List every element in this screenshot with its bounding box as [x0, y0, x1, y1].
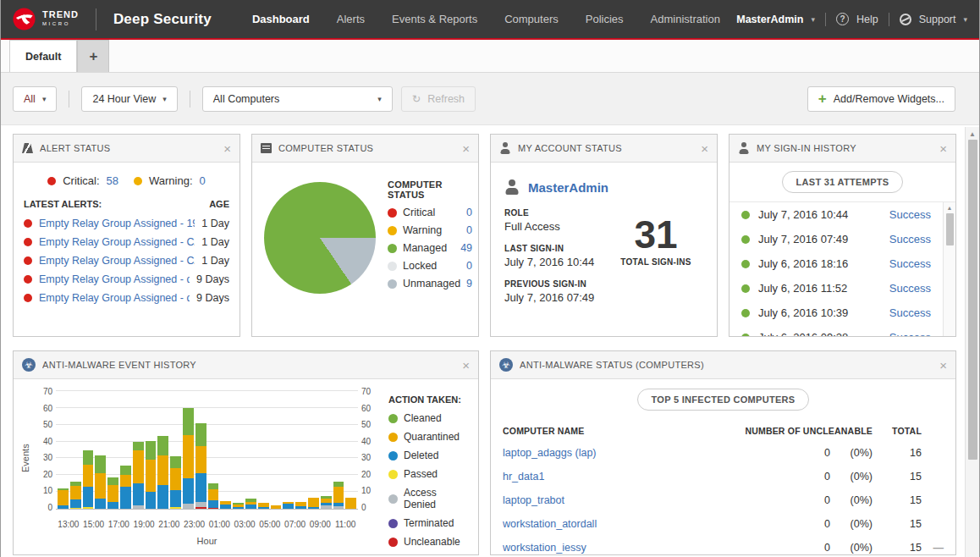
signin-list-scrollbar[interactable]: ▲ ▼: [943, 202, 955, 337]
x-tick-label: 11:00: [333, 520, 358, 529]
bar-segment-quarantined: [146, 460, 157, 492]
scope-filter-dropdown[interactable]: All ▾: [13, 86, 57, 112]
legend-value-link[interactable]: 0: [466, 207, 472, 218]
close-widget-button[interactable]: ×: [223, 142, 231, 155]
main-menu-item[interactable]: Alerts: [337, 13, 365, 25]
widget-header[interactable]: MY ACCOUNT STATUS ×: [491, 135, 717, 163]
legend-value-link[interactable]: 9: [466, 278, 472, 290]
alert-link[interactable]: Empty Relay Group Assigned - CA...: [39, 255, 195, 267]
scrollbar-thumb[interactable]: [946, 213, 954, 245]
main-menu-item[interactable]: Policies: [586, 13, 624, 25]
legend-label: Access Denied: [404, 487, 468, 510]
signin-result-link[interactable]: Success: [889, 257, 931, 270]
close-widget-button[interactable]: ×: [939, 359, 947, 372]
signin-result-link[interactable]: Success: [889, 233, 931, 245]
column-computer-name[interactable]: COMPUTER NAME: [503, 426, 739, 436]
legend-label: Deleted: [404, 449, 438, 461]
computer-status-pie-chart[interactable]: [264, 182, 376, 294]
alert-link[interactable]: Empty Relay Group Assigned - CA...: [39, 236, 195, 248]
bar-stack[interactable]: [271, 505, 282, 509]
computer-name-link[interactable]: laptop_adaggs (lap): [503, 447, 779, 459]
main-menu-item[interactable]: Computers: [504, 13, 559, 25]
account-user-link[interactable]: MasterAdmin: [528, 180, 608, 195]
legend-value-link[interactable]: 0: [466, 260, 472, 272]
computer-name-link[interactable]: laptop_trabot: [503, 494, 779, 506]
am-bar-plot[interactable]: [56, 391, 358, 510]
close-widget-button[interactable]: ×: [462, 359, 470, 372]
signin-result-link[interactable]: Success: [889, 331, 931, 337]
column-uncleanable[interactable]: NUMBER OF UNCLEANABLE: [739, 426, 873, 436]
help-link[interactable]: Help: [856, 14, 878, 25]
alert-link[interactable]: Empty Relay Group Assigned - 19...: [39, 218, 195, 229]
tab-default[interactable]: Default: [9, 40, 77, 72]
bar-stack[interactable]: [321, 496, 332, 509]
signin-result-link[interactable]: Success: [889, 306, 931, 319]
computer-name-link[interactable]: workstation_atordall: [503, 518, 779, 530]
alert-link[interactable]: Empty Relay Group Assigned - dir...: [39, 292, 190, 304]
widget-header[interactable]: ☣ ANTI-MALWARE STATUS (COMPUTERS) ×: [491, 351, 955, 379]
bar-stack[interactable]: [70, 482, 81, 509]
bar-segment-cleaned: [107, 477, 118, 485]
main-menu-item[interactable]: Events & Reports: [392, 13, 477, 25]
close-widget-button[interactable]: ×: [462, 142, 470, 155]
legend-value-link[interactable]: 49: [460, 242, 472, 254]
bar-stack[interactable]: [95, 455, 106, 509]
bar-stack[interactable]: [258, 503, 269, 509]
signin-result-link[interactable]: Success: [889, 208, 931, 221]
legend-dot-icon: [388, 538, 398, 547]
scroll-up-icon[interactable]: ▲: [969, 127, 976, 140]
page-scrollbar[interactable]: ▲: [965, 127, 979, 557]
bar-stack[interactable]: [107, 477, 118, 509]
bar-stack[interactable]: [183, 408, 194, 509]
user-menu[interactable]: MasterAdmin: [736, 14, 803, 25]
legend-row: Warning 0: [388, 224, 472, 236]
widget-header[interactable]: MY SIGN-IN HISTORY ×: [729, 135, 955, 163]
bar-stack[interactable]: [58, 488, 69, 509]
add-tab-button[interactable]: +: [77, 40, 109, 72]
bar-stack[interactable]: [157, 436, 168, 509]
widget-header[interactable]: ☣ ANTI-MALWARE EVENT HISTORY ×: [14, 351, 478, 379]
computer-filter-select[interactable]: All Computers ▾: [202, 86, 393, 112]
bar-stack[interactable]: [295, 502, 306, 509]
bar-stack[interactable]: [83, 450, 94, 509]
legend-value-link[interactable]: 0: [466, 224, 472, 236]
bar-stack[interactable]: [220, 501, 231, 509]
critical-count-link[interactable]: 58: [107, 174, 118, 187]
computer-name-link[interactable]: workstation_iessy: [503, 542, 779, 554]
bar-segment-deleted: [283, 504, 294, 509]
x-tick-label: 19:00: [131, 520, 157, 529]
top-infected-computers-button[interactable]: TOP 5 INFECTED COMPUTERS: [637, 389, 810, 411]
main-menu-item[interactable]: Dashboard: [252, 13, 310, 25]
widget-header[interactable]: COMPUTER STATUS ×: [252, 135, 478, 163]
bar-stack[interactable]: [233, 503, 244, 509]
bar-stack[interactable]: [133, 442, 144, 509]
computer-status-widget: COMPUTER STATUS × COMPUTER STATUS Critic…: [251, 134, 479, 337]
bar-stack[interactable]: [245, 499, 256, 509]
computer-name-link[interactable]: hr_data1: [503, 471, 779, 483]
bar-stack[interactable]: [283, 502, 294, 509]
warning-count-link[interactable]: 0: [200, 174, 206, 187]
alert-link[interactable]: Empty Relay Group Assigned - dir...: [39, 273, 190, 285]
add-remove-widgets-button[interactable]: + Add/Remove Widgets...: [807, 86, 955, 112]
close-widget-button[interactable]: ×: [939, 142, 947, 155]
scrollbar-thumb[interactable]: [968, 140, 977, 460]
bar-stack[interactable]: [146, 441, 157, 509]
bar-stack[interactable]: [120, 466, 131, 509]
widget-header[interactable]: ALERT STATUS ×: [14, 135, 239, 163]
bar-stack[interactable]: [170, 456, 181, 509]
bar-stack[interactable]: [195, 423, 206, 509]
bar-stack[interactable]: [333, 482, 344, 509]
main-menu-item[interactable]: Administration: [651, 13, 720, 25]
refresh-button[interactable]: ↻ Refresh: [401, 86, 476, 112]
bar-stack[interactable]: [308, 498, 319, 509]
last-attempts-button[interactable]: LAST 31 ATTEMPTS: [782, 171, 904, 193]
support-menu[interactable]: Support: [919, 14, 956, 25]
time-range-dropdown[interactable]: 24 Hour View ▾: [81, 86, 177, 112]
scroll-up-icon[interactable]: ▲: [947, 202, 953, 213]
signin-result-link[interactable]: Success: [889, 282, 931, 295]
critical-dot-icon: [24, 294, 32, 302]
column-total[interactable]: TOTAL: [873, 426, 922, 436]
close-widget-button[interactable]: ×: [701, 142, 708, 155]
bar-stack[interactable]: [345, 498, 356, 509]
bar-stack[interactable]: [208, 483, 219, 509]
